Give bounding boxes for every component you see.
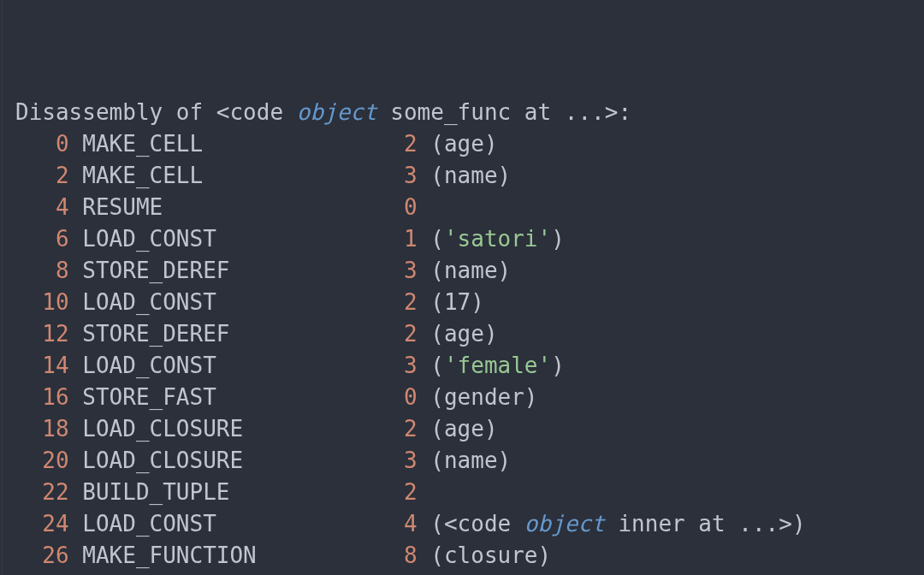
bytecode-row: 20 LOAD_CLOSURE 3 (name) (15, 445, 924, 477)
argval-string: 'satori' (444, 226, 551, 252)
oparg: 3 (404, 353, 418, 378)
offset-pad (15, 226, 56, 252)
bytecode-row: 14 LOAD_CONST 3 ('female') (15, 350, 924, 382)
argval-string: 'female' (444, 353, 551, 378)
offset-pad (15, 163, 56, 188)
offset: 12 (42, 321, 68, 347)
offset: 0 (56, 131, 69, 157)
offset: 16 (42, 384, 68, 410)
oparg: 3 (404, 448, 418, 473)
argval: (age) (418, 131, 498, 157)
offset-pad (15, 542, 42, 568)
opname: MAKE_CELL (69, 131, 404, 157)
offset: 8 (56, 258, 69, 283)
argval-paren-open: ( (418, 353, 444, 378)
bytecode-row: 10 LOAD_CONST 2 (17) (15, 287, 924, 318)
opname: LOAD_CLOSURE (69, 448, 404, 473)
oparg: 1 (404, 226, 418, 252)
argval-paren-close: ) (551, 226, 565, 252)
argval: (name) (418, 258, 512, 283)
bytecode-row: 8 STORE_DEREF 3 (name) (15, 255, 924, 287)
bytecode-row: 4 RESUME 0 (15, 192, 924, 223)
title-text-1: Disassembly of <code (15, 99, 297, 125)
bytecode-row: 18 LOAD_CLOSURE 2 (age) (15, 413, 924, 445)
disassembly-block: Disassembly of <code object some_func at… (0, 0, 924, 575)
argval: (age) (418, 321, 498, 347)
oparg: 2 (404, 321, 418, 347)
offset-pad (15, 131, 56, 157)
bytecode-row: 0 MAKE_CELL 2 (age) (15, 128, 924, 160)
title-line: Disassembly of <code object some_func at… (15, 97, 924, 128)
opname: LOAD_CONST (69, 226, 404, 252)
offset-pad (15, 448, 42, 473)
bytecode-rows: 0 MAKE_CELL 2 (age) 2 MAKE_CELL 3 (name)… (15, 128, 924, 575)
opname: LOAD_CONST (69, 511, 404, 536)
opname: STORE_FAST (69, 384, 404, 410)
oparg: 2 (404, 131, 418, 157)
argval-code-keyword: object (524, 511, 605, 536)
offset-pad (15, 321, 42, 347)
argval-paren-open: ( (418, 226, 444, 252)
opname: LOAD_CONST (69, 353, 404, 378)
gutter-line (2, 0, 3, 575)
bytecode-row: 12 STORE_DEREF 2 (age) (15, 318, 924, 350)
argval: (closure) (418, 542, 552, 568)
offset-pad (15, 289, 42, 315)
offset: 6 (56, 226, 69, 252)
argval-code-post: inner at ...>) (605, 511, 806, 536)
opname: MAKE_CELL (69, 163, 404, 188)
argval: (age) (418, 416, 498, 442)
title-keyword: object (297, 99, 377, 125)
argval: (name) (418, 448, 512, 473)
opname: RESUME (69, 194, 404, 220)
opname: STORE_DEREF (69, 321, 404, 347)
offset-pad (15, 353, 42, 378)
opname: STORE_DEREF (69, 258, 404, 283)
bytecode-row: 2 MAKE_CELL 3 (name) (15, 160, 924, 192)
oparg: 2 (404, 289, 418, 315)
offset-pad (15, 479, 42, 505)
bytecode-row: 16 STORE_FAST 0 (gender) (15, 382, 924, 413)
bytecode-row: 24 LOAD_CONST 4 (<code object inner at .… (15, 508, 924, 540)
offset-pad (15, 416, 42, 442)
offset-pad (15, 384, 42, 410)
bytecode-row: 28 STORE_FAST 1 (inner) (15, 572, 924, 575)
opname: LOAD_CONST (69, 289, 404, 315)
opname: LOAD_CLOSURE (69, 416, 404, 442)
offset-pad (15, 258, 56, 283)
opname: BUILD_TUPLE (69, 479, 404, 505)
argval: (gender) (418, 384, 538, 410)
bytecode-row: 26 MAKE_FUNCTION 8 (closure) (15, 540, 924, 572)
bytecode-row: 22 BUILD_TUPLE 2 (15, 477, 924, 508)
oparg: 4 (404, 511, 418, 536)
offset: 14 (42, 353, 68, 378)
oparg: 0 (404, 384, 418, 410)
offset: 24 (42, 511, 68, 536)
oparg: 8 (404, 542, 418, 568)
argval-paren-close: ) (551, 353, 565, 378)
offset-pad (15, 194, 56, 220)
opname: MAKE_FUNCTION (69, 542, 404, 568)
oparg: 3 (404, 258, 418, 283)
offset: 4 (56, 194, 69, 220)
oparg: 3 (404, 163, 418, 188)
argval: (17) (418, 289, 484, 315)
offset: 2 (56, 163, 69, 188)
argval-code-pre: (<code (418, 511, 524, 536)
offset: 10 (42, 289, 68, 315)
oparg: 0 (404, 194, 418, 220)
offset-pad (15, 511, 42, 536)
argval: (name) (418, 163, 512, 188)
oparg: 2 (404, 479, 418, 505)
offset: 20 (42, 448, 68, 473)
bytecode-row: 6 LOAD_CONST 1 ('satori') (15, 223, 924, 255)
oparg: 2 (404, 416, 418, 442)
offset: 26 (42, 542, 68, 568)
offset: 18 (42, 416, 68, 442)
title-text-2: some_func at ...>: (377, 99, 631, 125)
offset: 22 (42, 479, 68, 505)
